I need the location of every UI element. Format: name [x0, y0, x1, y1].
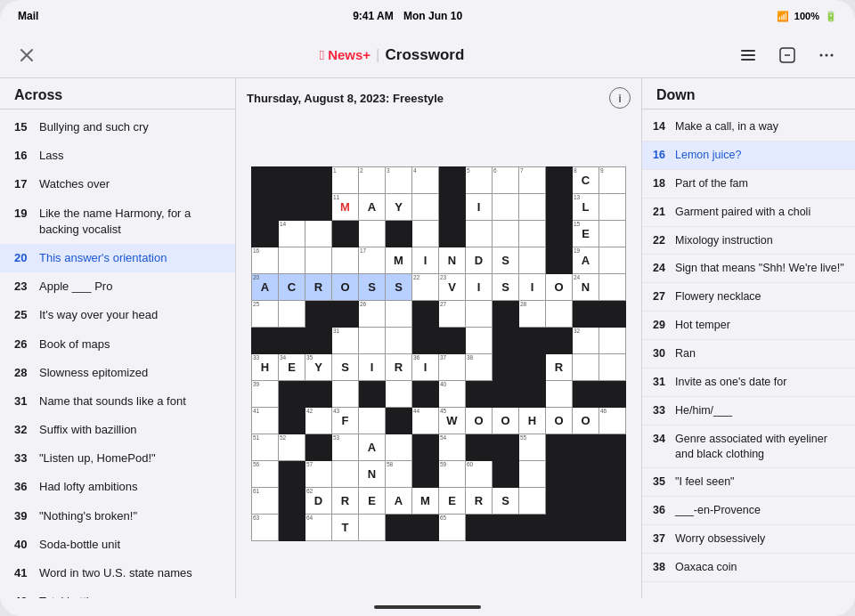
- grid-cell[interactable]: 6: [493, 166, 519, 193]
- grid-cell[interactable]: [599, 247, 626, 273]
- grid-cell[interactable]: O: [493, 407, 519, 434]
- grid-cell[interactable]: O: [573, 407, 599, 434]
- grid-cell[interactable]: 14: [279, 220, 305, 247]
- down-clue-item[interactable]: 35"I feel seen": [642, 468, 855, 497]
- grid-cell[interactable]: [412, 193, 439, 220]
- grid-cell[interactable]: 35Y: [305, 353, 332, 380]
- down-clue-item[interactable]: 37Worry obsessively: [642, 525, 855, 554]
- grid-cell[interactable]: 2: [359, 166, 386, 193]
- grid-cell[interactable]: [493, 220, 519, 247]
- grid-cell[interactable]: A: [359, 193, 386, 220]
- grid-cell[interactable]: [599, 220, 626, 247]
- across-clue-item[interactable]: 33"Listen up, HomePod!": [0, 444, 235, 473]
- grid-cell[interactable]: 34E: [279, 353, 305, 380]
- more-button[interactable]: [812, 41, 841, 69]
- grid-cell[interactable]: 7: [519, 166, 546, 193]
- grid-cell[interactable]: [466, 220, 493, 247]
- down-clues-list[interactable]: 14Make a call, in a way16Lemon juice?18P…: [642, 109, 855, 598]
- grid-cell[interactable]: R: [332, 487, 359, 514]
- close-button[interactable]: [14, 43, 39, 68]
- across-clue-item[interactable]: 16Lass: [0, 142, 235, 170]
- across-clue-item[interactable]: 25It's way over your head: [0, 301, 235, 329]
- crossword-grid[interactable]: 12345678C911MAYI13L1415E1617MINDS19A20AC…: [247, 118, 631, 589]
- grid-cell[interactable]: 8C: [573, 166, 599, 193]
- across-clue-item[interactable]: 15Bullying and such cry: [0, 113, 235, 142]
- grid-cell[interactable]: [386, 434, 412, 460]
- grid-cell[interactable]: 61: [252, 487, 279, 514]
- grid-cell[interactable]: 46: [599, 407, 626, 434]
- grid-cell[interactable]: [573, 353, 599, 380]
- grid-cell[interactable]: O: [466, 407, 493, 434]
- across-clue-item[interactable]: 32Suffix with bazillion: [0, 416, 235, 444]
- grid-cell[interactable]: D: [466, 247, 493, 273]
- grid-cell[interactable]: 17: [359, 247, 386, 273]
- grid-cell[interactable]: 40: [439, 380, 466, 407]
- grid-cell[interactable]: 43F: [332, 407, 359, 434]
- grid-cell[interactable]: 33H: [252, 353, 279, 380]
- across-clue-item[interactable]: 41Word in two U.S. state names: [0, 559, 235, 588]
- down-clue-item[interactable]: 16Lemon juice?: [642, 142, 855, 170]
- grid-cell[interactable]: H: [519, 407, 546, 434]
- grid-cell[interactable]: 23V: [439, 273, 466, 300]
- grid-cell[interactable]: E: [359, 487, 386, 514]
- grid-cell[interactable]: 16: [252, 247, 279, 273]
- down-clue-item[interactable]: 31Invite as one's date for: [642, 369, 855, 397]
- info-button[interactable]: i: [609, 87, 631, 109]
- grid-cell[interactable]: 63: [252, 514, 279, 540]
- grid-cell[interactable]: I: [466, 273, 493, 300]
- grid-cell[interactable]: [546, 380, 573, 407]
- down-clue-item[interactable]: 29Hot temper: [642, 312, 855, 340]
- grid-cell[interactable]: 4: [412, 166, 439, 193]
- grid-cell[interactable]: 65: [439, 514, 466, 540]
- grid-cell[interactable]: [332, 460, 359, 487]
- grid-cell[interactable]: C: [279, 273, 305, 300]
- grid-cell[interactable]: 60: [466, 460, 493, 487]
- grid-cell[interactable]: 58: [386, 460, 412, 487]
- grid-cell[interactable]: 15E: [573, 220, 599, 247]
- across-clue-item[interactable]: 31Name that sounds like a font: [0, 387, 235, 416]
- grid-cell[interactable]: 27: [439, 300, 466, 327]
- grid-cell[interactable]: 42: [305, 407, 332, 434]
- grid-cell[interactable]: [519, 220, 546, 247]
- grid-cell[interactable]: 22: [412, 273, 439, 300]
- grid-cell[interactable]: 56: [252, 460, 279, 487]
- grid-cell[interactable]: 62D: [305, 487, 332, 514]
- grid-cell[interactable]: 5: [466, 166, 493, 193]
- grid-cell[interactable]: R: [305, 273, 332, 300]
- grid-cell[interactable]: [359, 514, 386, 540]
- grid-cell[interactable]: O: [546, 407, 573, 434]
- grid-cell[interactable]: E: [439, 487, 466, 514]
- grid-cell[interactable]: [332, 380, 359, 407]
- grid-cell[interactable]: [359, 327, 386, 353]
- grid-cell[interactable]: 9: [599, 166, 626, 193]
- grid-cell[interactable]: [332, 247, 359, 273]
- grid-cell[interactable]: 31: [332, 327, 359, 353]
- grid-cell[interactable]: [493, 193, 519, 220]
- grid-cell[interactable]: I: [359, 353, 386, 380]
- across-clue-item[interactable]: 26Book of maps: [0, 330, 235, 359]
- across-clue-item[interactable]: 23Apple ___ Pro: [0, 272, 235, 301]
- grid-cell[interactable]: 38: [466, 353, 493, 380]
- grid-cell[interactable]: [305, 247, 332, 273]
- grid-cell[interactable]: 26: [359, 300, 386, 327]
- grid-cell[interactable]: 59: [439, 460, 466, 487]
- grid-cell[interactable]: [519, 193, 546, 220]
- down-clue-item[interactable]: 38Oaxaca coin: [642, 554, 855, 582]
- down-clue-item[interactable]: 33He/him/___: [642, 397, 855, 426]
- grid-cell[interactable]: N: [359, 460, 386, 487]
- grid-cell[interactable]: [305, 220, 332, 247]
- down-clue-item[interactable]: 27Flowery necklace: [642, 283, 855, 312]
- grid-cell[interactable]: [519, 487, 546, 514]
- grid-cell[interactable]: 54: [439, 434, 466, 460]
- grid-cell[interactable]: [599, 353, 626, 380]
- grid-cell[interactable]: 53: [332, 434, 359, 460]
- grid-cell[interactable]: 44: [412, 407, 439, 434]
- across-clues-list[interactable]: 15Bullying and such cry16Lass17Watches o…: [0, 109, 235, 598]
- down-clue-item[interactable]: 30Ran: [642, 340, 855, 369]
- grid-cell[interactable]: 37: [439, 353, 466, 380]
- grid-cell[interactable]: 55: [519, 434, 546, 460]
- grid-cell[interactable]: 45W: [439, 407, 466, 434]
- grid-cell[interactable]: 20A: [252, 273, 279, 300]
- grid-cell[interactable]: 1: [332, 166, 359, 193]
- grid-cell[interactable]: I: [412, 247, 439, 273]
